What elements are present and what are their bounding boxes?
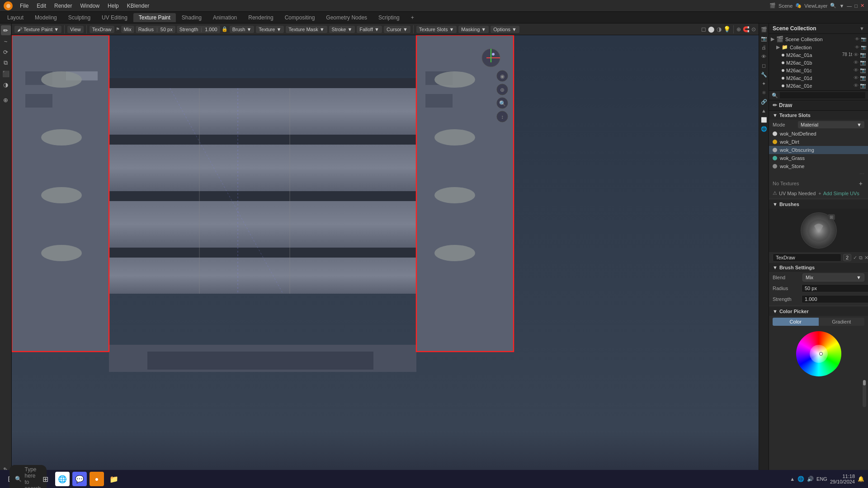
tray-up-arrow[interactable]: ▲ [790,476,795,482]
color-tab[interactable]: Color [773,318,819,326]
sidebar-output-icon[interactable]: 🖨 [760,43,768,52]
sidebar-material-icon[interactable]: ⬜ [760,116,768,124]
tray-notification[interactable]: 🔔 [858,476,864,482]
render-icon-01c[interactable]: 📷 [860,67,866,73]
color-wheel-cursor[interactable] [819,352,823,356]
falloff-dropdown[interactable]: Falloff ▼ [357,26,382,33]
viewport-shading-solid[interactable]: ⬤ [708,26,715,33]
texture-dropdown[interactable]: Texture ▼ [256,26,284,33]
tool-mask[interactable]: ◑ [1,80,11,89]
search-icon[interactable]: 🔍 [830,3,836,9]
render-icon2[interactable]: 📷 [861,45,866,50]
sidebar-physics-icon[interactable]: ⚛ [760,89,768,97]
brush-check-icon[interactable]: ✓ [853,254,857,261]
brush-copy-icon[interactable]: ⧉ [859,254,863,261]
tool-draw[interactable]: ✏ [1,25,11,35]
taskbar-task-view[interactable]: ⊞ [38,472,52,486]
window-close[interactable]: ✕ [860,3,864,9]
viewport-shading-wire[interactable]: ◻ [701,26,706,33]
color-picker-section-title[interactable]: ▼ Color Picker [769,307,868,316]
menu-edit[interactable]: Edit [33,2,50,10]
eye-icon-01c[interactable]: 👁 [854,67,859,73]
sidebar-render-icon[interactable]: 📷 [760,34,768,42]
render-icon-01e[interactable]: 📷 [860,83,866,89]
taskbar-chrome[interactable]: 🌐 [55,472,70,486]
collection-m26ac-01e[interactable]: M26ac_01e 👁 📷 [769,82,868,89]
sidebar-data-icon[interactable]: ▲ [760,107,768,115]
strength-field[interactable]: Strength | 1.000 [177,26,220,33]
slot-wok-dirt[interactable]: wok_Dirt [769,138,868,146]
stroke-dropdown[interactable]: Stroke ▼ [329,26,355,33]
viewport-area[interactable]: User Perspective (0) Walkmesh03 [12,35,759,476]
eye-icon-01b[interactable]: 👁 [854,60,859,66]
collection-m26ac-01b[interactable]: M26ac_01b 👁 📷 [769,59,868,66]
render-icon-01d[interactable]: 📷 [860,75,866,81]
tool-cursor[interactable]: ⊕ [1,95,11,105]
tab-shading[interactable]: Shading [176,13,207,22]
menu-help[interactable]: Help [104,2,123,10]
eye-icon[interactable]: 👁 [855,37,859,42]
filter-icon[interactable]: ▼ [859,26,864,31]
window-maximize[interactable]: □ [854,3,858,9]
brushes-section-title[interactable]: ▼ Brushes [769,200,868,209]
sidebar-constraints-icon[interactable]: 🔗 [760,98,768,106]
tab-uv-editing[interactable]: UV Editing [96,13,133,22]
render-icon-01b[interactable]: 📷 [860,60,866,66]
tool-soften[interactable]: ~ [1,36,11,46]
sidebar-object-icon[interactable]: ◻ [760,61,768,70]
brush-expand-btn[interactable]: ⊞ [828,214,835,220]
tab-compositing[interactable]: Compositing [279,13,321,22]
tab-layout[interactable]: Layout [2,13,29,22]
tool-fill[interactable]: ⬛ [1,69,11,79]
sidebar-view-icon[interactable]: 👁 [760,52,768,61]
slot-wok-notdefined[interactable]: wok_NotDefined [769,130,868,138]
tray-volume[interactable]: 🔊 [807,476,814,482]
gradient-tab[interactable]: Gradient [819,318,865,326]
mix-dropdown[interactable]: Mix [121,26,134,33]
tab-modeling[interactable]: Modeling [29,13,62,22]
menu-window[interactable]: Window [76,2,103,10]
collection-scene-root[interactable]: ▶ 🎬 Scene Collection 👁 📷 [769,35,868,43]
menu-kblender[interactable]: KBlender [123,2,153,10]
props-search-input[interactable] [780,92,865,99]
eye-icon-01d[interactable]: 👁 [854,75,859,81]
render-icon-01a[interactable]: 📷 [860,52,866,58]
brush-dropdown[interactable]: Brush ▼ [230,26,255,33]
options-dropdown[interactable]: Options ▼ [491,26,519,33]
blender-logo-icon[interactable]: ◎ [4,1,13,10]
tab-texture-paint[interactable]: Texture Paint [133,13,176,22]
viewport-shading-material[interactable]: ◑ [717,26,722,33]
filter-icon[interactable]: ▼ [839,3,844,9]
brush-delete-icon[interactable]: ✕ [864,254,868,261]
strength-input[interactable] [802,295,868,303]
texdraw-name[interactable]: TexDraw [90,26,114,33]
menu-render[interactable]: Render [51,2,75,10]
sidebar-modifier-icon[interactable]: 🔧 [760,70,768,79]
eye-icon-01e[interactable]: 👁 [854,83,859,89]
add-simple-uvs-btn[interactable]: Add Simple UVs [823,191,859,196]
slot-wok-stone[interactable]: wok_Stone [769,162,868,170]
mode-dropdown[interactable]: Material ▼ [798,121,864,128]
masking-dropdown[interactable]: Masking ▼ [458,26,489,33]
color-scrollbar[interactable] [863,380,866,407]
tool-clone[interactable]: ⧉ [1,58,11,68]
taskbar-file-explorer[interactable]: 📁 [107,472,121,486]
render-icon[interactable]: 📷 [861,37,866,42]
tool-smear[interactable]: ⟳ [1,47,11,57]
radius-field[interactable]: Radius | 50 px [136,26,175,33]
sidebar-scene-icon[interactable]: 🎬 [760,25,768,33]
slot-wok-grass[interactable]: wok_Grass [769,154,868,162]
view-menu[interactable]: View [67,26,84,33]
texture-slots-dropdown[interactable]: Texture Slots ▼ [416,26,457,33]
uv-add-icon[interactable]: + [818,191,821,196]
proportional-edit[interactable]: ⊙ [751,26,756,33]
eye-icon-01a[interactable]: 👁 [854,52,859,58]
tab-animation[interactable]: Animation [208,13,242,22]
texture-mask-dropdown[interactable]: Texture Mask ▼ [286,26,327,33]
brush-settings-section-title[interactable]: ▼ Brush Settings [769,263,868,272]
taskbar-search[interactable]: 🔍 Type here to search [21,472,35,486]
window-minimize[interactable]: — [847,3,852,9]
taskbar-discord[interactable]: 💬 [72,472,87,486]
collection-m26ac-01a[interactable]: M26ac_01a 78 1t 👁 📷 [769,51,868,59]
sidebar-world-icon[interactable]: 🌐 [760,125,768,133]
